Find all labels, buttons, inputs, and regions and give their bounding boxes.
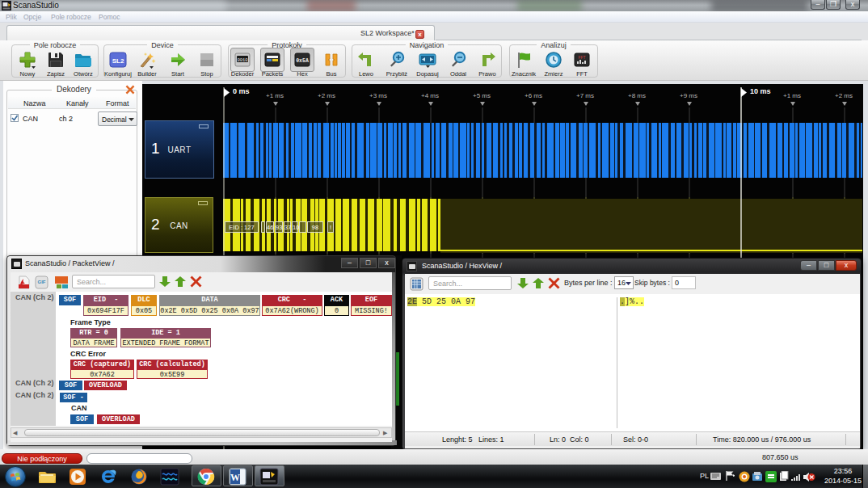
svg-text:0010: 0010 — [237, 57, 247, 63]
svg-text:FFT: FFT — [578, 56, 585, 61]
svg-text:GIF: GIF — [38, 280, 46, 284]
svg-text:0x5A: 0x5A — [296, 58, 309, 64]
svg-text:SL2: SL2 — [112, 57, 124, 65]
svg-text:W: W — [230, 472, 240, 483]
